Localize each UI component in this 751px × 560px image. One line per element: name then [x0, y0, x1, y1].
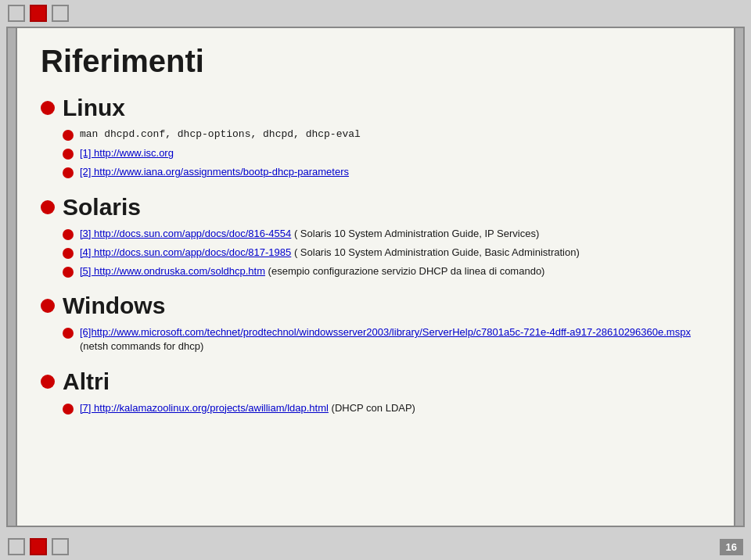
- window-btn-3[interactable]: [52, 5, 69, 22]
- section-solaris-header: Solaris: [41, 194, 710, 221]
- item-text: [1] http://www.isc.org: [80, 146, 710, 160]
- item-text: [3] http://docs.sun.com/app/docs/doc/816…: [80, 227, 710, 241]
- list-item: [1] http://www.isc.org: [63, 146, 710, 160]
- bottom-btn-1[interactable]: [8, 538, 25, 555]
- section-altri-header: Altri: [41, 368, 710, 395]
- item-text: [5] http://www.ondruska.com/soldhcp.htm …: [80, 264, 710, 278]
- list-item: [5] http://www.ondruska.com/soldhcp.htm …: [63, 264, 710, 278]
- section-altri: Altri [7] http://kalamazoolinux.org/proj…: [41, 368, 710, 415]
- link-ondruska[interactable]: [5] http://www.ondruska.com/soldhcp.htm: [80, 265, 265, 277]
- list-item: [4] http://docs.sun.com/app/docs/doc/817…: [63, 246, 710, 260]
- left-border: [8, 28, 17, 526]
- window-btn-1[interactable]: [8, 5, 25, 22]
- link-kalamazoo[interactable]: [7] http://kalamazoolinux.org/projects/a…: [80, 402, 329, 414]
- item-suffix: ( Solaris 10 System Administration Guide…: [291, 246, 579, 258]
- bullet-linux: [41, 101, 55, 115]
- windows-items: [6]http://www.microsoft.com/technet/prod…: [63, 325, 710, 354]
- bottom-btn-3[interactable]: [52, 538, 69, 555]
- bullet-sm: [63, 167, 74, 178]
- bullet-sm: [63, 130, 74, 141]
- window-btn-2[interactable]: [30, 5, 47, 22]
- bottom-bar: 16: [0, 533, 751, 560]
- bullet-sm: [63, 404, 74, 415]
- link-sun2[interactable]: [4] http://docs.sun.com/app/docs/doc/817…: [80, 246, 291, 258]
- item-text: [7] http://kalamazoolinux.org/projects/a…: [80, 401, 710, 415]
- section-linux: Linux man dhcpd.conf, dhcp-options, dhcp…: [41, 95, 710, 180]
- section-solaris-title: Solaris: [63, 194, 141, 221]
- top-bar: [0, 0, 751, 27]
- bullet-altri: [41, 375, 55, 389]
- page-number: 16: [720, 539, 743, 555]
- item-suffix: (esempio configurazione servizio DHCP da…: [265, 265, 544, 277]
- link-iana[interactable]: [2] http://www.iana.org/assignments/boot…: [80, 166, 349, 178]
- bullet-sm: [63, 328, 74, 339]
- bullet-sm: [63, 229, 74, 240]
- item-text: [4] http://docs.sun.com/app/docs/doc/817…: [80, 246, 710, 260]
- list-item: [7] http://kalamazoolinux.org/projects/a…: [63, 401, 710, 415]
- bottom-right-area: 16: [720, 539, 743, 555]
- bullet-solaris: [41, 200, 55, 214]
- link-microsoft[interactable]: [6]http://www.microsoft.com/technet/prod…: [80, 326, 691, 338]
- section-windows: Windows [6]http://www.microsoft.com/tech…: [41, 293, 710, 354]
- bottom-btn-2[interactable]: [30, 538, 47, 555]
- section-linux-title: Linux: [63, 95, 125, 121]
- bullet-windows: [41, 299, 55, 313]
- list-item: [2] http://www.iana.org/assignments/boot…: [63, 165, 710, 179]
- item-suffix: ( Solaris 10 System Administration Guide…: [291, 228, 539, 239]
- link-sun1[interactable]: [3] http://docs.sun.com/app/docs/doc/816…: [80, 228, 291, 239]
- section-linux-header: Linux: [41, 95, 710, 121]
- section-windows-title: Windows: [63, 293, 165, 319]
- bullet-sm: [63, 267, 74, 278]
- page-title: Riferimenti: [41, 44, 710, 79]
- bottom-left-buttons: [8, 538, 69, 555]
- section-altri-title: Altri: [63, 368, 110, 395]
- link-isc[interactable]: [1] http://www.isc.org: [80, 147, 174, 159]
- list-item: [6]http://www.microsoft.com/technet/prod…: [63, 325, 710, 354]
- altri-items: [7] http://kalamazoolinux.org/projects/a…: [63, 401, 710, 415]
- item-text: [2] http://www.iana.org/assignments/boot…: [80, 165, 710, 179]
- content-area: Riferimenti Linux man dhcpd.conf, dhcp-o…: [17, 28, 734, 526]
- linux-items: man dhcpd.conf, dhcp-options, dhcpd, dhc…: [63, 127, 710, 180]
- list-item: [3] http://docs.sun.com/app/docs/doc/816…: [63, 227, 710, 241]
- bullet-sm: [63, 248, 74, 259]
- main-container: Riferimenti Linux man dhcpd.conf, dhcp-o…: [6, 27, 745, 527]
- right-border: [734, 28, 743, 526]
- item-text: [6]http://www.microsoft.com/technet/prod…: [80, 325, 710, 354]
- item-text: man dhcpd.conf, dhcp-options, dhcpd, dhc…: [80, 127, 710, 142]
- list-item: man dhcpd.conf, dhcp-options, dhcpd, dhc…: [63, 127, 710, 142]
- bullet-sm: [63, 149, 74, 160]
- section-windows-header: Windows: [41, 293, 710, 319]
- section-solaris: Solaris [3] http://docs.sun.com/app/docs…: [41, 194, 710, 279]
- solaris-items: [3] http://docs.sun.com/app/docs/doc/816…: [63, 227, 710, 279]
- item-suffix: (netsh commands for dhcp): [80, 340, 203, 352]
- item-suffix: (DHCP con LDAP): [329, 402, 415, 414]
